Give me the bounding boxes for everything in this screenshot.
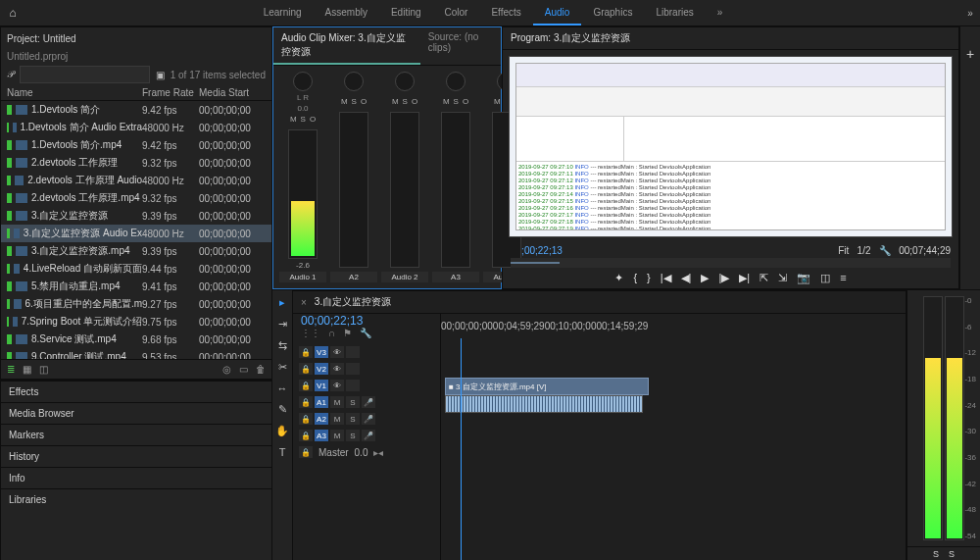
ripple-tool-icon[interactable]: ⇆ xyxy=(278,339,287,352)
settings-wrench-icon[interactable]: 🔧 xyxy=(360,328,371,338)
project-item[interactable]: 3.自定义监控资源 Audio Ex48000 Hz00;00;00;00 xyxy=(1,225,271,242)
step-fwd-icon[interactable]: |▶ xyxy=(718,272,729,284)
mark-out-icon[interactable]: } xyxy=(647,272,651,284)
compare-icon[interactable]: ◫ xyxy=(820,272,830,284)
program-fit[interactable]: Fit xyxy=(838,245,849,256)
track-header[interactable]: 🔒 V3 👁 xyxy=(293,344,440,360)
mark-in-icon[interactable]: { xyxy=(633,272,637,284)
razor-tool-icon[interactable]: ✂ xyxy=(278,361,287,374)
track-header[interactable]: 🔒 A2 M S 🎤 xyxy=(293,411,440,427)
track-target[interactable]: A2 xyxy=(315,413,328,425)
panel-markers[interactable]: Markers xyxy=(1,424,271,445)
project-item[interactable]: 6.项目重启中的全局配置.m9.27 fps00;00;00;00 xyxy=(1,295,271,313)
workspace-tab-assembly[interactable]: Assembly xyxy=(314,1,379,25)
new-item-icon[interactable]: ◎ xyxy=(222,364,231,375)
m-button[interactable]: M xyxy=(290,115,297,124)
track-name[interactable]: A2 xyxy=(330,272,377,282)
pan-knob[interactable] xyxy=(344,72,364,91)
meter-solo-right[interactable]: S xyxy=(949,549,955,559)
panel-libraries[interactable]: Libraries xyxy=(1,488,271,510)
hand-tool-icon[interactable]: ✋ xyxy=(275,425,289,437)
add-panel-rail[interactable]: + xyxy=(959,26,980,289)
search-input[interactable] xyxy=(20,66,150,83)
m-button[interactable]: M xyxy=(494,97,501,106)
lock-icon[interactable]: 🔒 xyxy=(299,380,313,391)
track-target[interactable]: V2 xyxy=(315,363,328,375)
pen-tool-icon[interactable]: ✎ xyxy=(278,403,287,416)
meter-solo-left[interactable]: S xyxy=(933,549,939,559)
program-tab[interactable]: Program: 3.自定义监控资源 xyxy=(503,27,958,50)
add-marker-icon[interactable]: ✦ xyxy=(614,272,623,284)
toggle-output-icon[interactable]: 👁 xyxy=(330,346,344,358)
track-name[interactable]: A3 xyxy=(432,272,479,282)
lock-icon[interactable]: 🔒 xyxy=(299,363,313,375)
lock-icon[interactable]: 🔒 xyxy=(299,346,313,358)
voiceover-icon[interactable]: 🎤 xyxy=(362,430,375,441)
voiceover-icon[interactable]: 🎤 xyxy=(362,396,375,408)
m-button[interactable]: M xyxy=(443,97,450,106)
search-icon[interactable]: 𝒫 xyxy=(7,69,14,80)
home-icon[interactable]: ⌂ xyxy=(0,6,25,20)
lift-icon[interactable]: ⇱ xyxy=(760,272,768,284)
toggle-output-icon[interactable]: 👁 xyxy=(330,363,344,375)
audio-clip[interactable] xyxy=(445,395,643,413)
mixer-tab[interactable]: Audio Clip Mixer: 3.自定义监控资源 xyxy=(273,27,420,65)
project-item[interactable]: 2.devtools 工作原理.mp49.32 fps00;00;00;00 xyxy=(1,189,271,207)
project-item[interactable]: 1.Devtools 简介 Audio Extra48000 Hz00;00;0… xyxy=(1,119,271,136)
lock-icon[interactable]: 🔒 xyxy=(299,446,313,458)
source-tab[interactable]: Source: (no clips) xyxy=(420,27,501,65)
extract-icon[interactable]: ⇲ xyxy=(778,272,787,284)
project-item[interactable]: 3.自定义监控资源.mp49.39 fps00;00;00;00 xyxy=(1,242,271,260)
sync-lock-icon[interactable]: S xyxy=(346,396,360,408)
timeline-timecode[interactable]: 00;00;22;13 xyxy=(293,314,440,328)
sync-lock-icon[interactable] xyxy=(346,363,360,375)
selection-tool-icon[interactable]: ▸ xyxy=(279,296,285,309)
track-header[interactable]: 🔒 A1 M S 🎤 xyxy=(293,394,440,410)
toggle-output-icon[interactable]: M xyxy=(330,396,344,408)
list-view-icon[interactable]: ≣ xyxy=(7,364,15,375)
workspace-tab-editing[interactable]: Editing xyxy=(379,1,433,25)
sync-lock-icon[interactable]: S xyxy=(346,430,360,441)
s-button[interactable]: S xyxy=(352,97,357,106)
m-button[interactable]: M xyxy=(341,97,348,106)
project-item[interactable]: 1.Devtools 简介.mp49.42 fps00;00;00;00 xyxy=(1,136,271,154)
o-button[interactable]: O xyxy=(463,97,468,106)
track-target[interactable]: A1 xyxy=(315,396,328,408)
track-header[interactable]: 🔒 A3 M S 🎤 xyxy=(293,428,440,443)
export-frame-icon[interactable]: 📷 xyxy=(797,272,810,284)
track-name[interactable]: Audio 2 xyxy=(381,272,428,282)
toggle-output-icon[interactable]: M xyxy=(330,413,344,425)
project-item[interactable]: 1.Devtools 简介9.42 fps00;00;00;00 xyxy=(1,101,271,119)
freeform-view-icon[interactable]: ◫ xyxy=(39,364,48,375)
project-item[interactable]: 2.devtools 工作原理9.32 fps00;00;00;00 xyxy=(1,154,271,172)
track-name[interactable]: Audio 1 xyxy=(279,272,326,282)
panel-effects[interactable]: Effects xyxy=(1,381,271,402)
pan-knob[interactable] xyxy=(395,72,415,91)
new-bin-icon[interactable]: ▭ xyxy=(239,364,248,375)
sync-lock-icon[interactable] xyxy=(346,380,360,391)
project-item[interactable]: 8.Service 测试.mp49.68 fps00;00;00;00 xyxy=(1,331,271,348)
sync-lock-icon[interactable] xyxy=(346,346,360,358)
program-viewer[interactable]: 2019-09-27 09:27:10 INFO --- restartedMa… xyxy=(509,56,953,237)
go-to-in-icon[interactable]: |◀ xyxy=(661,272,671,284)
panel-media-browser[interactable]: Media Browser xyxy=(1,402,271,424)
workspace-tab-audio[interactable]: Audio xyxy=(533,1,582,25)
project-item[interactable]: 2.devtools 工作原理 Audio48000 Hz00;00;00;00 xyxy=(1,172,271,189)
slip-tool-icon[interactable]: ↔ xyxy=(277,382,288,394)
project-item[interactable]: 5.禁用自动重启.mp49.41 fps00;00;00;00 xyxy=(1,278,271,295)
panel-history[interactable]: History xyxy=(1,445,271,467)
column-headers[interactable]: Name Frame Rate Media Start xyxy=(1,85,271,101)
toggle-output-icon[interactable]: 👁 xyxy=(330,380,344,391)
marker-icon[interactable]: ⚑ xyxy=(343,328,352,338)
s-button[interactable]: S xyxy=(301,115,306,124)
sequence-tab[interactable]: 3.自定义监控资源 xyxy=(315,295,391,309)
pan-knob[interactable] xyxy=(446,72,466,91)
go-to-out-icon[interactable]: ▶| xyxy=(739,272,750,284)
project-item[interactable]: 4.LiveReload 自动刷新页面9.44 fps00;00;00;00 xyxy=(1,260,271,278)
project-item[interactable]: 7.Spring Boot 单元测试介绍9.75 fps00;00;00;00 xyxy=(1,313,271,331)
workspace-tab-learning[interactable]: Learning xyxy=(252,1,314,25)
icon-view-icon[interactable]: ▦ xyxy=(23,364,31,375)
s-button[interactable]: S xyxy=(403,97,408,106)
lock-icon[interactable]: 🔒 xyxy=(299,430,313,441)
project-item[interactable]: 3.自定义监控资源9.39 fps00;00;00;00 xyxy=(1,207,271,225)
